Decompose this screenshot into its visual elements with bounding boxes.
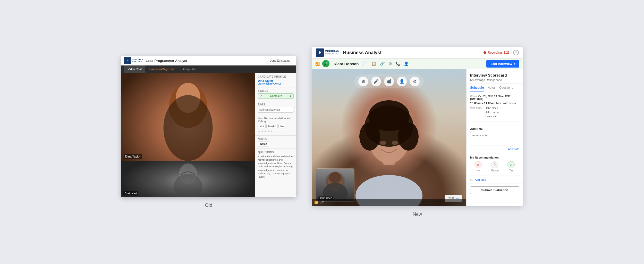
status-dropdown[interactable]: ✓ Complete ▾	[258, 93, 294, 99]
rec-rating-title: Your Recommendation and Rating	[258, 117, 294, 123]
rec-maybe-icon: ?	[491, 161, 498, 168]
meeting-time: 10:00am - 11:00am	[470, 102, 495, 105]
questions-label-old: Questions	[258, 151, 294, 154]
veridian-v-icon: V	[319, 50, 321, 55]
secondary-person-silhouette-old	[121, 161, 255, 197]
tags-section: Tags Add	[255, 101, 296, 115]
status-section: Status ✓ Complete ▾	[255, 87, 296, 101]
tag-icon-new: 🏷	[470, 178, 473, 182]
old-body: Dina Taylor Brett Hart	[121, 73, 296, 197]
veridian-logo-new: V VERIDIAN DYNAMICS	[316, 48, 340, 57]
screen-share-btn[interactable]: 🖥	[358, 77, 368, 86]
new-toolbar: 📶 🎤 Kiara Hopson 📄 📋 🔗 ✉ 📞 👤 End Intervi…	[312, 59, 523, 69]
rec-no-btn[interactable]: No	[278, 124, 285, 128]
rec-yes-btn[interactable]: Yes	[258, 124, 266, 128]
new-titlebar-left: V VERIDIAN DYNAMICS Business Analyst	[316, 48, 382, 57]
rec-maybe-btn[interactable]: Maybe	[266, 124, 278, 128]
scorecard-tabs: Schedule Notes Questions	[467, 84, 523, 92]
rec-maybe-option[interactable]: ? Maybe	[491, 161, 498, 172]
old-titlebar: V VERIDIAN DYNAMICS Lead Programmer Anal…	[121, 56, 296, 65]
avg-rating: My Average Rating: none	[470, 78, 519, 81]
candidate-profile-section: Candidate Profile Dina Taylor dtaylor@hi…	[255, 73, 296, 87]
old-sidebar: Candidate Profile Dina Taylor dtaylor@hi…	[255, 73, 296, 197]
scorecard-tab-schedule[interactable]: Schedule	[470, 84, 484, 92]
meeting-title: Meet with Team	[496, 102, 516, 105]
add-tags-link[interactable]: Add tags	[475, 178, 486, 181]
rec-yes-option[interactable]: ✓ Yes	[507, 161, 515, 172]
help-icon[interactable]: ?	[513, 50, 519, 55]
attendee-john: John Chen	[486, 106, 499, 110]
when-text: When:	[470, 95, 478, 98]
veridian-logo-old: V VERIDIAN DYNAMICS	[124, 57, 143, 64]
toolbar-clipboard-icon[interactable]: 📋	[371, 61, 376, 66]
new-window-title: Business Analyst	[343, 50, 382, 55]
add-tag-button[interactable]: Add	[294, 108, 296, 112]
video-wifi-icon: 📶	[314, 201, 318, 204]
when-label: When: Oct 25, 2019 10:00am MST (GMT+800)	[470, 95, 519, 101]
candidate-name-old[interactable]: Dina Taylor	[258, 79, 294, 82]
veridian-name2-new: DYNAMICS	[325, 53, 340, 55]
toolbar-doc-icon[interactable]: 📄	[363, 61, 368, 66]
add-note-link[interactable]: Add note	[470, 147, 519, 151]
divider	[467, 123, 523, 123]
toolbar-profile-icon[interactable]: 👤	[404, 61, 409, 66]
toolbar-icons: 📄 📋 🔗 ✉ 📞 👤	[363, 61, 484, 66]
questions-section-old: Questions 1. Ask the candidate to descri…	[255, 149, 296, 181]
camera-btn[interactable]: 📹	[384, 77, 394, 86]
tab-group-chat[interactable]: Group Chat	[178, 65, 200, 73]
new-window: V VERIDIAN DYNAMICS Business Analyst Rec…	[312, 47, 523, 206]
mic-active-icon[interactable]: 🎤	[322, 60, 329, 67]
veridian-name2: DYNAMICS	[132, 61, 143, 63]
rec-label-new: My Recommendation	[470, 156, 519, 159]
add-tags-row: 🏷 Add tags	[467, 176, 523, 184]
wifi-icon: 📶	[315, 62, 320, 66]
rec-options: ✕ No ? Maybe ✓ Yes	[470, 161, 519, 172]
end-interview-label: End Interview	[490, 62, 512, 66]
notes-section-old: Notes Notes	[255, 136, 296, 149]
toolbar-email-icon[interactable]: ✉	[388, 61, 392, 66]
status-value: Complete	[270, 94, 282, 97]
new-scorecard: Interview Scorecard My Average Rating: n…	[466, 69, 523, 206]
rec-maybe-label: Maybe	[491, 169, 498, 172]
add-note-label: Add Note	[470, 127, 519, 130]
notes-label-old: Notes	[258, 138, 294, 141]
end-interview-button[interactable]: End Interview ▾	[486, 60, 519, 68]
end-interview-chevron-icon: ▾	[514, 62, 515, 65]
done-evaluating-button[interactable]: Done Evaluating	[267, 58, 293, 63]
rec-no-icon: ✕	[474, 161, 482, 168]
rec-no-option[interactable]: ✕ No	[474, 161, 482, 172]
new-titlebar: V VERIDIAN DYNAMICS Business Analyst Rec…	[312, 47, 523, 59]
tab-video-chat[interactable]: Video Chat	[124, 65, 145, 73]
old-tabs: Video Chat Evaluator-Only Chat Group Cha…	[121, 65, 296, 73]
old-window-title: Lead Programmer Analyst	[146, 59, 187, 63]
status-chevron-icon: ▾	[290, 94, 291, 98]
toolbar-link-icon[interactable]: 🔗	[380, 61, 385, 66]
main-person-silhouette-old	[121, 73, 255, 161]
notes-button-old[interactable]: Notes	[258, 142, 269, 146]
attendees-list: John Chen Jake Bardot Laura Kim	[486, 106, 499, 119]
veridian-text-new: VERIDIAN DYNAMICS	[325, 50, 340, 55]
veridian-text: VERIDIAN DYNAMICS	[132, 59, 143, 62]
secondary-video-new: John Chen	[316, 168, 354, 202]
candidate-email-old[interactable]: dtaylor@hirevue.com	[258, 82, 294, 85]
submit-evaluation-button[interactable]: Submit Evaluation	[470, 186, 519, 194]
note-textarea[interactable]	[470, 132, 519, 145]
toolbar-phone-icon[interactable]: 📞	[395, 61, 400, 66]
mute-mic-btn[interactable]: 🎤	[371, 77, 381, 86]
tag-input[interactable]	[258, 107, 293, 113]
add-note-section: Add Note Add note	[467, 125, 523, 153]
attendees-label: Attendees:	[470, 106, 484, 119]
scorecard-tab-notes[interactable]: Notes	[487, 84, 495, 92]
old-panel: V VERIDIAN DYNAMICS Lead Programmer Anal…	[121, 56, 296, 208]
new-video-area: 🖥 🎤 📹 👤 ⚙	[312, 69, 466, 206]
star-rating[interactable]: ★★★★★	[258, 130, 294, 133]
status-check-icon: ✓	[260, 95, 262, 97]
recording-dot-icon	[484, 51, 486, 54]
settings-btn[interactable]: ⚙	[410, 77, 420, 86]
tab-evaluator-chat[interactable]: Evaluator-Only Chat	[145, 65, 178, 73]
scorecard-tab-questions[interactable]: Questions	[499, 84, 513, 92]
attendees-row: Attendees: John Chen Jake Bardot Laura K…	[470, 106, 519, 119]
recommendation-section-old: Your Recommendation and Rating Yes Maybe…	[255, 115, 296, 136]
old-video-area: Dina Taylor Brett Hart	[121, 73, 255, 197]
add-participant-btn[interactable]: 👤	[397, 77, 407, 86]
